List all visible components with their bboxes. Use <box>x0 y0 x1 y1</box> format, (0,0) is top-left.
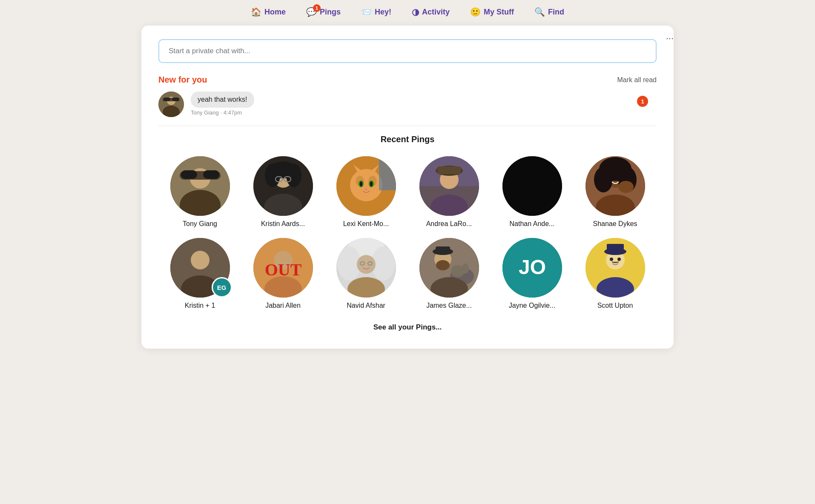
ping-navid-avatar <box>336 238 396 298</box>
nav-pings-label: Pings <box>320 8 341 17</box>
ping-lexi-avatar <box>336 156 396 216</box>
ping-lexi-name: Lexi Kent-Mo... <box>343 220 389 228</box>
mark-all-read-button[interactable]: Mark all read <box>617 76 657 84</box>
nav-hey-label: Hey! <box>375 8 391 17</box>
svg-point-15 <box>265 163 280 187</box>
ping-jabari-name: Jabari Allen <box>265 302 301 309</box>
ping-jayne[interactable]: JO Jayne Ogilvie... <box>491 238 574 309</box>
svg-rect-67 <box>436 246 450 253</box>
ping-nathan[interactable]: Nathan Ande... <box>491 156 574 228</box>
message-dot: · <box>220 109 223 116</box>
svg-rect-77 <box>607 244 624 253</box>
nav-find-label: Find <box>548 8 564 17</box>
svg-point-79 <box>610 258 613 261</box>
ping-kristin[interactable]: Kristin Aards... <box>241 156 324 228</box>
see-all-pings-link[interactable]: See all your Pings... <box>158 323 657 332</box>
svg-point-30 <box>370 181 373 186</box>
divider <box>158 126 657 126</box>
tony-avatar-image <box>158 92 184 117</box>
svg-rect-3 <box>164 97 170 101</box>
home-icon: 🏠 <box>251 7 261 17</box>
svg-point-39 <box>502 156 562 216</box>
ping-kristin-avatar <box>253 156 313 216</box>
ping-jayne-avatar: JO <box>502 238 562 298</box>
new-for-you-label: New for you <box>158 75 207 85</box>
main-panel: New for you Mark all read ... yeah that … <box>141 26 674 349</box>
ping-kristin2[interactable]: EG Kristin + 1 <box>158 238 241 309</box>
nav-hey[interactable]: 📨 Hey! <box>361 7 391 17</box>
svg-rect-37 <box>437 166 461 174</box>
svg-point-47 <box>618 181 634 193</box>
ping-andrea[interactable]: Andrea LaRo... <box>408 156 491 228</box>
overlay-badge-eg: EG <box>212 277 232 298</box>
svg-point-49 <box>191 251 209 269</box>
three-dots-menu[interactable]: ... <box>666 31 674 42</box>
nav-home-label: Home <box>264 8 286 17</box>
svg-point-80 <box>617 258 621 261</box>
message-text: yeah that works! <box>198 96 247 103</box>
svg-point-65 <box>436 260 450 270</box>
activity-icon: ◑ <box>412 7 419 17</box>
ping-nathan-avatar <box>502 156 562 216</box>
nav-activity-label: Activity <box>422 8 450 17</box>
ping-kristin-name: Kristin Aards... <box>261 220 305 228</box>
ping-shanae-avatar <box>585 156 645 216</box>
pings-badge: 1 <box>313 4 321 12</box>
ping-navid[interactable]: Navid Afshar <box>324 238 408 309</box>
ping-tony[interactable]: Tony Giang <box>158 156 241 228</box>
ping-jayne-name: Jayne Ogilvie... <box>509 302 555 309</box>
pings-grid: Tony Giang <box>158 156 657 309</box>
message-time: 4:47pm <box>224 109 242 116</box>
ping-navid-name: Navid Afshar <box>347 302 385 309</box>
ping-tony-name: Tony Giang <box>183 220 217 228</box>
svg-rect-10 <box>203 170 219 179</box>
ping-lexi[interactable]: Lexi Kent-Mo... <box>324 156 408 228</box>
nav-mystuff-label: My Stuff <box>484 8 514 17</box>
search-input[interactable] <box>158 39 657 63</box>
unread-badge: 1 <box>637 96 648 107</box>
ping-scott[interactable]: Scott Upton <box>574 238 657 309</box>
ping-james-name: James Glaze... <box>426 302 472 309</box>
nav-mystuff[interactable]: 🙂 My Stuff <box>470 7 514 17</box>
svg-point-22 <box>350 169 382 201</box>
ping-andrea-avatar <box>419 156 479 216</box>
svg-point-70 <box>462 263 469 274</box>
message-preview: yeah that works! Tony Giang · 4:47pm 1 <box>158 92 657 117</box>
ping-kristin2-name: Kristin + 1 <box>185 302 215 309</box>
message-content: yeah that works! Tony Giang · 4:47pm <box>191 92 254 116</box>
ping-james[interactable]: James Glaze... <box>408 238 491 309</box>
message-sender: Tony Giang <box>191 109 219 116</box>
hey-icon: 📨 <box>361 7 372 17</box>
find-icon: 🔍 <box>534 7 545 17</box>
ping-scott-name: Scott Upton <box>597 302 633 309</box>
svg-rect-32 <box>379 156 396 190</box>
new-for-you-header: New for you Mark all read <box>158 75 657 85</box>
ping-andrea-name: Andrea LaRo... <box>426 220 472 228</box>
svg-point-59 <box>357 255 376 274</box>
nav-find[interactable]: 🔍 Find <box>534 7 564 17</box>
ping-nathan-name: Nathan Ande... <box>510 220 555 228</box>
recent-pings-title: Recent Pings <box>158 135 657 144</box>
svg-rect-9 <box>181 170 197 179</box>
ping-jabari-avatar: OUT <box>253 238 313 298</box>
ping-jabari[interactable]: OUT Jabari Allen <box>241 238 324 309</box>
svg-point-16 <box>286 163 301 187</box>
mystuff-icon: 🙂 <box>470 7 481 17</box>
svg-rect-4 <box>172 97 179 101</box>
svg-point-29 <box>360 181 362 186</box>
ping-shanae[interactable]: Shanae Dykes <box>574 156 657 228</box>
nav-activity[interactable]: ◑ Activity <box>412 7 450 17</box>
svg-point-44 <box>594 167 613 192</box>
message-bubble: yeah that works! <box>191 92 254 108</box>
svg-text:JO: JO <box>518 256 545 278</box>
ping-shanae-name: Shanae Dykes <box>593 220 637 228</box>
svg-text:OUT: OUT <box>264 260 301 279</box>
ping-tony-avatar <box>170 156 230 216</box>
ping-scott-avatar <box>585 238 645 298</box>
ping-james-avatar <box>419 238 479 298</box>
nav-home[interactable]: 🏠 Home <box>251 7 286 17</box>
nav-pings[interactable]: 💬 Pings 1 <box>306 7 341 17</box>
message-sender-time: Tony Giang · 4:47pm <box>191 109 254 116</box>
tony-avatar[interactable] <box>158 92 184 117</box>
nav-bar: 🏠 Home 💬 Pings 1 📨 Hey! ◑ Activity 🙂 My … <box>0 0 815 22</box>
